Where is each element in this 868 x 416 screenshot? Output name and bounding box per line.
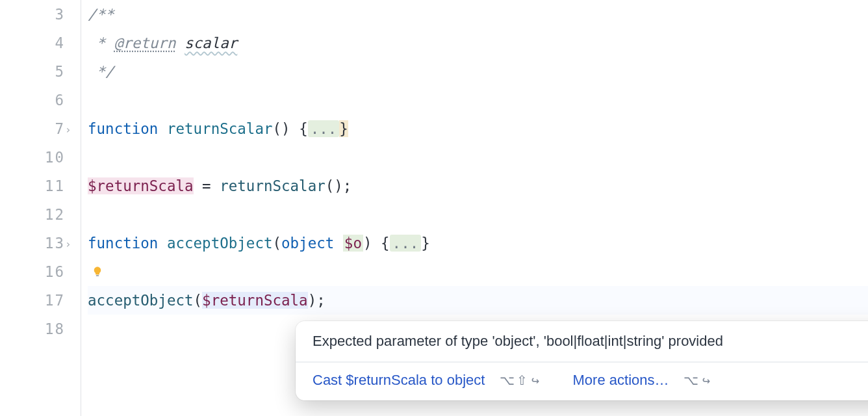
variable: $returnScala [88,177,194,194]
code-line[interactable] [88,86,868,114]
fold-icon[interactable]: › [65,124,71,136]
doc-tag: @return [114,34,176,51]
gutter: 3 4 5 6 7 › 10 11 12 13 › 16 17 18 [0,0,81,416]
inspection-tooltip: Expected parameter of type 'object', 'bo… [296,321,868,400]
intention-bulb-icon[interactable] [92,264,103,276]
action-label: More actions… [573,372,669,388]
argument: $returnScala [202,292,308,309]
punct: ) [308,292,317,309]
punct: ) [363,235,372,252]
keyword: function [88,120,158,137]
line-number: 7 [0,114,65,143]
tooltip-header: Expected parameter of type 'object', 'bo… [296,321,868,361]
function-name: returnScalar [167,120,273,137]
code-area[interactable]: /** * @return scalar */ function returnS… [81,0,868,416]
line-number: 3 [0,0,65,29]
punct [334,235,343,252]
keyword: function [88,235,158,252]
code-line[interactable]: /** [88,0,868,29]
punct: () [272,120,290,137]
line-number: 11 [0,172,65,200]
code-editor[interactable]: 3 4 5 6 7 › 10 11 12 13 › 16 17 18 /** *… [0,0,868,416]
brace: { [299,120,308,137]
punct [372,235,381,252]
comment: /** [88,6,114,23]
line-number: 13 [0,229,65,257]
action-label: Cast $returnScala to object [313,372,485,388]
punct [290,120,300,137]
tooltip-actions: Cast $returnScala to object ⌥⇧↩ More act… [296,363,868,400]
code-line[interactable]: * @return scalar [88,29,868,57]
svg-rect-0 [96,275,99,276]
fold-ellipsis[interactable]: ... [390,235,422,252]
function-call: acceptObject [88,292,194,309]
code-line[interactable]: function returnScalar() {...} [88,114,868,143]
code-line-current[interactable]: acceptObject($returnScala); [88,286,868,315]
function-name: acceptObject [167,235,273,252]
fold-icon[interactable]: › [65,238,71,250]
param: $o [343,235,363,252]
line-number: 10 [0,143,65,172]
line-number: 16 [0,257,65,286]
code-line[interactable]: $returnScala = returnScalar(); [88,172,868,200]
code-line[interactable]: function acceptObject(object $o) {...} [88,229,868,257]
brace: } [421,235,430,252]
line-number: 4 [0,29,65,57]
comment: * [88,34,114,51]
line-number: 6 [0,86,65,114]
punct: ; [343,177,352,194]
function-call: returnScalar [220,177,326,194]
type: object [281,235,334,252]
punct [158,120,167,137]
brace: } [339,120,348,137]
more-actions[interactable]: More actions… ⌥↩ [573,372,710,389]
comment: */ [88,63,114,80]
tooltip-message: Expected parameter of type 'object', 'bo… [313,333,723,350]
punct: ( [194,292,203,309]
fold-ellipsis[interactable]: ... [308,120,340,137]
comment [175,34,185,51]
brace: { [381,235,390,252]
code-line[interactable] [88,143,868,172]
shortcut: ⌥↩ [683,373,710,387]
punct: () [326,177,343,194]
punct: ; [316,292,326,309]
line-number: 17 [0,286,65,315]
doc-value: scalar [185,34,237,51]
punct [158,235,167,252]
punct: ( [272,235,281,252]
line-number: 12 [0,200,65,229]
code-line[interactable]: */ [88,57,868,86]
operator: = [194,177,220,194]
line-number: 5 [0,57,65,86]
code-line[interactable] [88,200,868,229]
quick-fix-cast[interactable]: Cast $returnScala to object ⌥⇧↩ [313,372,539,389]
code-line[interactable] [88,257,868,286]
line-number: 18 [0,315,65,343]
shortcut: ⌥⇧↩ [500,373,539,387]
